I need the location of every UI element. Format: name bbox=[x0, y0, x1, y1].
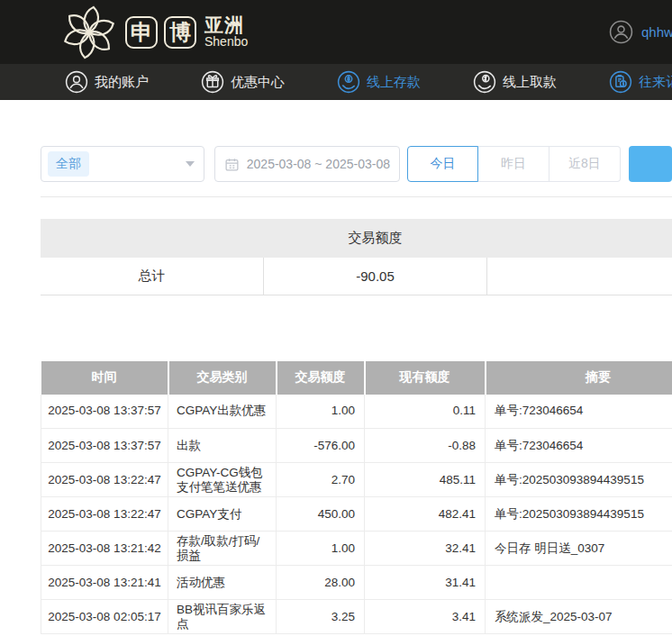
transactions-table: 时间交易类别交易额度现有额度摘要 2025-03-08 13:37:57CGPA… bbox=[41, 361, 672, 635]
cell-time: 2025-03-08 02:05:17 bbox=[41, 600, 168, 634]
cell-amount: 28.00 bbox=[277, 566, 365, 600]
cell-summary: 单号:723046654 bbox=[486, 429, 672, 463]
brand-subtitle: 亚洲 Shenbo bbox=[204, 15, 248, 49]
cell-type: CGPAY-CG钱包支付笔笔送优惠 bbox=[168, 463, 277, 497]
nav-item-label: 优惠中心 bbox=[231, 74, 285, 91]
nav-item-label: 往来记录 bbox=[639, 74, 672, 91]
brand-region: 亚洲 bbox=[204, 15, 248, 35]
top-header: 申 博 亚洲 Shenbo qhhw bbox=[0, 0, 672, 64]
summary-header-empty2 bbox=[486, 219, 672, 258]
nav-item-4[interactable]: 线上取款 bbox=[473, 70, 557, 94]
cell-summary: 单号:202503093894439515 bbox=[486, 497, 672, 532]
nav-item-2[interactable]: 优惠中心 bbox=[201, 70, 285, 94]
column-header: 时间 bbox=[41, 361, 168, 395]
nav-item-5[interactable]: 往来记录 bbox=[609, 70, 672, 94]
brand-logo[interactable]: 申 博 亚洲 Shenbo bbox=[61, 5, 248, 60]
divider bbox=[41, 196, 672, 197]
cell-balance: 31.41 bbox=[365, 566, 486, 600]
column-header: 交易额度 bbox=[277, 361, 365, 395]
cell-time: 2025-03-08 13:21:41 bbox=[41, 566, 168, 600]
transactions-header-row: 时间交易类别交易额度现有额度摘要 bbox=[41, 361, 672, 395]
nav-item-3[interactable]: 线上存款 bbox=[337, 70, 421, 94]
cell-type: CGPAY出款优惠 bbox=[168, 395, 277, 429]
records-icon bbox=[609, 70, 632, 94]
summary-total-empty bbox=[486, 258, 672, 295]
quick-date-button-2[interactable]: 昨日 bbox=[478, 146, 549, 182]
quick-date-button-group: 今日昨日近8日 bbox=[407, 146, 621, 182]
summary-total-label: 总计 bbox=[41, 258, 264, 295]
cell-balance: 485.11 bbox=[365, 463, 486, 497]
nav-item-label: 线上存款 bbox=[367, 74, 421, 91]
cell-time: 2025-03-08 13:21:42 bbox=[41, 532, 168, 566]
cell-amount: 3.25 bbox=[277, 600, 365, 634]
cell-amount: 1.00 bbox=[277, 395, 365, 429]
cell-summary: 今日存 明日送_0307 bbox=[486, 532, 672, 566]
cell-type: BB视讯百家乐返点 bbox=[168, 600, 277, 634]
table-row: 2025-03-08 13:21:41活动优惠28.0031.41 bbox=[41, 566, 672, 600]
cell-balance: 32.41 bbox=[365, 532, 486, 566]
cell-time: 2025-03-08 13:22:47 bbox=[41, 463, 168, 497]
summary-header-amount: 交易额度 bbox=[264, 219, 487, 258]
table-row: 2025-03-08 13:22:47CGPAY-CG钱包支付笔笔送优惠2.70… bbox=[41, 463, 672, 497]
logo-char-bo: 博 bbox=[164, 16, 196, 49]
table-row: 2025-03-08 02:05:17BB视讯百家乐返点3.253.41系统派发… bbox=[41, 600, 672, 634]
cell-type: 出款 bbox=[168, 429, 277, 463]
table-row: 2025-03-08 13:22:47CGPAY支付450.00482.41单号… bbox=[41, 497, 672, 532]
logo-char-shen: 申 bbox=[125, 16, 158, 49]
summary-header-row: 交易额度 bbox=[41, 219, 672, 258]
cell-balance: 482.41 bbox=[365, 497, 486, 532]
cell-summary bbox=[486, 566, 672, 600]
summary-total-value: -90.05 bbox=[264, 258, 487, 295]
cell-time: 2025-03-08 13:37:57 bbox=[41, 429, 168, 463]
cell-type: CGPAY支付 bbox=[168, 497, 277, 532]
main-nav: 我的账户优惠中心线上存款线上取款往来记录 bbox=[0, 64, 672, 100]
nav-item-label: 线上取款 bbox=[503, 74, 557, 91]
cell-balance: 3.41 bbox=[365, 600, 486, 634]
filter-bar: 全部 2025-03-08 ~ 2025-03-08 今日昨日近8日 bbox=[41, 146, 672, 182]
cell-amount: 1.00 bbox=[277, 532, 365, 566]
transaction-type-select[interactable]: 全部 bbox=[41, 146, 204, 182]
table-row: 2025-03-08 13:21:42存款/取款/打码/损益1.0032.41今… bbox=[41, 532, 672, 566]
column-header: 交易类别 bbox=[168, 361, 277, 395]
avatar-icon bbox=[609, 20, 633, 44]
main-content: 全部 2025-03-08 ~ 2025-03-08 今日昨日近8日 交易额度 bbox=[0, 100, 672, 634]
calendar-icon bbox=[224, 157, 240, 172]
date-range-value: 2025-03-08 ~ 2025-03-08 bbox=[247, 157, 390, 171]
summary-total-row: 总计 -90.05 bbox=[41, 258, 672, 295]
cell-type: 活动优惠 bbox=[168, 566, 277, 600]
cell-balance: -0.88 bbox=[365, 429, 486, 463]
gift-icon bbox=[201, 70, 224, 94]
cell-summary: 系统派发_2025-03-07 bbox=[486, 600, 672, 634]
cell-time: 2025-03-08 13:22:47 bbox=[41, 497, 168, 532]
user-icon bbox=[65, 70, 88, 94]
cell-amount: 450.00 bbox=[277, 497, 365, 532]
selected-type-tag: 全部 bbox=[48, 151, 89, 177]
withdraw-icon bbox=[473, 70, 496, 94]
table-row: 2025-03-08 13:37:57出款-576.00-0.88单号:7230… bbox=[41, 429, 672, 463]
quick-date-button-1[interactable]: 今日 bbox=[407, 146, 478, 182]
date-range-input[interactable]: 2025-03-08 ~ 2025-03-08 bbox=[214, 146, 400, 182]
deposit-icon bbox=[337, 70, 360, 94]
brand-name: Shenbo bbox=[204, 35, 248, 49]
cell-summary: 单号:723046654 bbox=[486, 395, 672, 429]
table-row: 2025-03-08 13:37:57CGPAY出款优惠1.000.11单号:7… bbox=[41, 395, 672, 429]
summary-table: 交易额度 总计 -90.05 bbox=[41, 219, 672, 295]
quick-date-button-3[interactable]: 近8日 bbox=[549, 146, 621, 182]
user-box: qhhw bbox=[609, 0, 672, 64]
nav-item-1[interactable]: 我的账户 bbox=[65, 70, 149, 94]
chevron-down-icon bbox=[186, 161, 195, 167]
cell-amount: -576.00 bbox=[277, 429, 365, 463]
cell-type: 存款/取款/打码/损益 bbox=[168, 532, 277, 566]
column-header: 现有额度 bbox=[365, 361, 486, 395]
flower-logo-icon bbox=[61, 5, 117, 60]
cell-summary: 单号:202503093894439515 bbox=[486, 463, 672, 497]
column-header: 摘要 bbox=[486, 361, 672, 395]
cell-balance: 0.11 bbox=[365, 395, 486, 429]
username-link[interactable]: qhhw bbox=[641, 24, 672, 40]
search-button[interactable] bbox=[629, 146, 672, 182]
page: 申 博 亚洲 Shenbo qhhw 我的账户优惠中心线上存款线上取款往来记录 … bbox=[0, 0, 672, 636]
cell-amount: 2.70 bbox=[277, 463, 365, 497]
nav-item-label: 我的账户 bbox=[95, 74, 149, 91]
summary-header-empty bbox=[41, 219, 264, 258]
cell-time: 2025-03-08 13:37:57 bbox=[41, 395, 168, 429]
